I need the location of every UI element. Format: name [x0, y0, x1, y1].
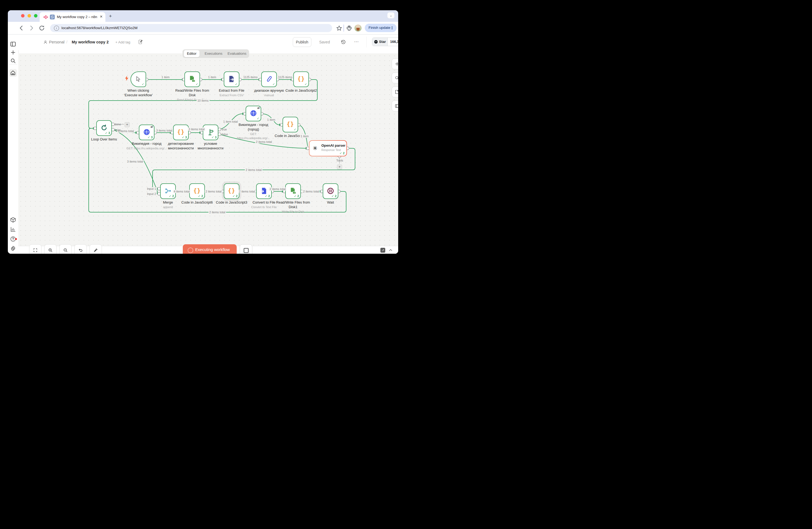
- port-label-false: false: [221, 133, 229, 136]
- panel-toggle-icon[interactable]: [10, 41, 16, 47]
- traffic-minimize-button[interactable]: [28, 14, 31, 17]
- execute-bolt-icon: [125, 76, 129, 81]
- executing-workflow-button[interactable]: Executing workflow: [183, 244, 237, 254]
- logs-expand-chevron-icon[interactable]: [389, 248, 393, 252]
- site-info-icon[interactable]: i: [54, 26, 59, 31]
- panel-icon: [395, 104, 398, 109]
- edge-label: 2 items total: [245, 168, 262, 171]
- port-label-input1: Input 1: [146, 187, 157, 190]
- breadcrumb-project[interactable]: Personal: [49, 40, 64, 44]
- tab-strip: My workflow copy 2 – n8n ✕ + ⌄: [8, 10, 398, 22]
- plus-icon: [395, 61, 398, 66]
- logs-popout-icon[interactable]: ↗: [380, 248, 385, 253]
- more-menu-button[interactable]: …: [354, 38, 359, 43]
- stop-icon: [244, 248, 249, 253]
- templates-box-icon[interactable]: [10, 217, 16, 223]
- canvas-add-node-button[interactable]: [392, 58, 398, 69]
- code-braces-icon: {}: [298, 75, 305, 82]
- github-star-widget[interactable]: Star 166,354: [372, 38, 398, 46]
- file-import-icon: [260, 187, 267, 195]
- workflow-canvas[interactable]: 1 item 1 item 1125 items 1125 items 10 i…: [18, 53, 398, 246]
- port-label-true: true: [221, 128, 228, 131]
- edge-label: 2 items total: [208, 211, 226, 214]
- canvas-panel-toggle-button[interactable]: [392, 101, 398, 111]
- traffic-zoom-button[interactable]: [34, 14, 38, 17]
- new-tab-button[interactable]: +: [109, 13, 112, 19]
- retry-icon: ⇄: [258, 106, 260, 110]
- browser-tab[interactable]: My workflow copy 2 – n8n ✕: [40, 12, 105, 22]
- add-node-from-done-button[interactable]: +: [125, 122, 130, 127]
- browser-toolbar: i localhost:5678/workflow/LL0kzmWETIZQSo…: [8, 22, 398, 34]
- globe-icon: [143, 128, 150, 135]
- finish-update-button[interactable]: Finish update ⋮: [365, 24, 396, 32]
- add-icon[interactable]: [10, 49, 16, 56]
- settings-gear-icon[interactable]: [10, 245, 16, 252]
- left-sidebar: [8, 34, 19, 254]
- edge-label: 10 items: [197, 99, 209, 102]
- github-star-button[interactable]: Star: [372, 38, 388, 46]
- tab-evaluations[interactable]: Evaluations: [226, 50, 248, 57]
- edit-note-icon[interactable]: [138, 39, 143, 44]
- edge-label: 3 items total: [126, 160, 144, 163]
- file-disk-icon: [189, 75, 196, 83]
- tab-executions[interactable]: Executions: [203, 50, 224, 57]
- globe-icon: [250, 110, 257, 117]
- broom-icon: [93, 248, 98, 253]
- traffic-close-button[interactable]: [21, 14, 25, 17]
- back-icon[interactable]: [18, 25, 25, 31]
- cursor-icon: [135, 75, 142, 83]
- sidebar-divider: [9, 64, 17, 65]
- tab-title: My workflow copy 2 – n8n: [57, 15, 97, 19]
- edge-label: 1 item: [207, 75, 217, 79]
- code-braces-icon: {}: [287, 121, 294, 127]
- reload-icon[interactable]: [38, 25, 45, 31]
- toolbar-divider: [344, 25, 344, 31]
- canvas-search-button[interactable]: [392, 73, 398, 83]
- fit-view-button[interactable]: [29, 244, 42, 254]
- undo-button[interactable]: [74, 244, 87, 254]
- profile-avatar[interactable]: [354, 25, 362, 31]
- github-star-count: 166,354: [390, 40, 398, 44]
- tab-close-icon[interactable]: ✕: [100, 15, 103, 19]
- person-icon: [43, 40, 48, 44]
- tidy-up-button[interactable]: [89, 244, 102, 254]
- publish-button[interactable]: Publish: [293, 37, 311, 47]
- bookmark-star-icon[interactable]: [336, 25, 343, 32]
- add-tool-button[interactable]: +: [337, 165, 342, 170]
- edge-label: 2 items total: [238, 190, 256, 193]
- edge-label: 1 item: [266, 118, 276, 121]
- workflow-title[interactable]: My workflow copy 2: [72, 40, 108, 44]
- edge-label: 1125 items: [277, 75, 293, 79]
- zoom-in-button[interactable]: [44, 244, 57, 254]
- insights-chart-icon[interactable]: [10, 226, 16, 232]
- search-icon[interactable]: [10, 58, 16, 64]
- edge-label: 1 item: [300, 134, 309, 138]
- github-logo-icon: [374, 39, 378, 44]
- stop-execution-button[interactable]: [240, 244, 252, 254]
- sidebar-item-overview[interactable]: [9, 69, 17, 77]
- tab-editor[interactable]: Editor: [184, 50, 200, 57]
- zoom-out-button[interactable]: [59, 244, 72, 254]
- edge-label: 1 item: [161, 75, 170, 79]
- zoom-out-icon: [63, 248, 68, 253]
- add-tag-button[interactable]: + Add tag: [115, 40, 130, 44]
- edge-label: 2 items total: [269, 187, 286, 191]
- edge-label: 2 items total: [255, 140, 273, 143]
- port-label-input2: Input 2: [146, 192, 157, 196]
- url-text: localhost:5678/workflow/LL0kzmWETIZQSo2M: [61, 26, 137, 30]
- mode-tabs: Editor Executions Evaluations: [183, 49, 249, 58]
- extensions-icon[interactable]: [346, 25, 353, 32]
- tab-search-chevron-icon[interactable]: ⌄: [387, 12, 394, 18]
- code-braces-icon: {}: [228, 187, 235, 194]
- history-icon[interactable]: [340, 39, 346, 45]
- url-bar[interactable]: i localhost:5678/workflow/LL0kzmWETIZQSo…: [50, 24, 332, 32]
- home-icon: [10, 70, 16, 76]
- notification-dot: [15, 238, 17, 240]
- canvas-sticky-note-button[interactable]: [392, 87, 398, 97]
- chrome-menu-kebab-icon[interactable]: ⋮: [390, 26, 394, 30]
- file-disk-icon: [290, 187, 296, 195]
- forward-icon[interactable]: [28, 25, 35, 31]
- code-braces-icon: {}: [193, 187, 201, 194]
- port-label-tools: Tools: [335, 159, 344, 162]
- fit-view-icon: [33, 248, 38, 253]
